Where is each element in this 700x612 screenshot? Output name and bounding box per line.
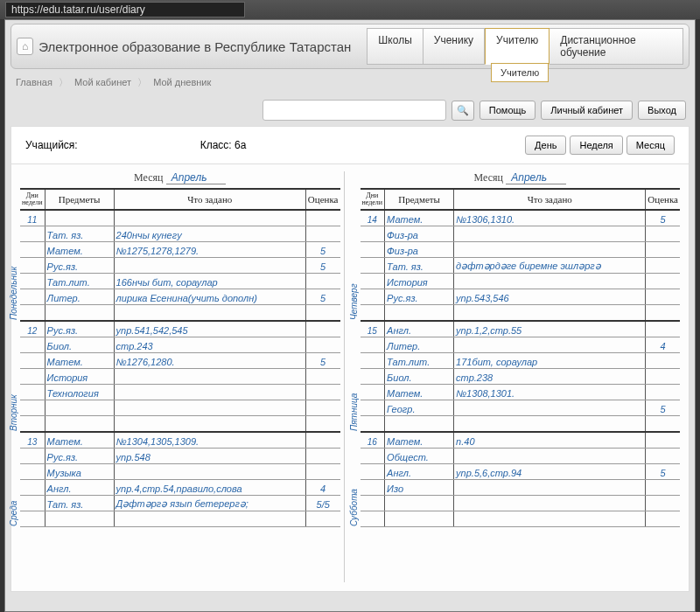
view-day-button[interactable]: День bbox=[525, 136, 566, 155]
student-info-row: Учащийся: Класс: 6а День Неделя Месяц bbox=[10, 126, 690, 163]
day-cell bbox=[20, 242, 45, 258]
subject-cell: Рус.яз. bbox=[45, 321, 114, 337]
homework-cell bbox=[454, 496, 646, 511]
subject-cell bbox=[385, 496, 454, 511]
grade-cell bbox=[646, 496, 680, 511]
home-icon[interactable]: ⌂ bbox=[17, 38, 33, 55]
homework-cell bbox=[114, 385, 305, 400]
grade-cell: 4 bbox=[305, 480, 340, 496]
table-row: Музыка bbox=[20, 464, 340, 480]
homework-cell bbox=[114, 464, 305, 480]
homework-cell bbox=[114, 416, 305, 433]
homework-cell: п.40 bbox=[454, 432, 646, 449]
tab-student[interactable]: Ученику bbox=[424, 28, 485, 65]
day-number: 14 bbox=[362, 215, 383, 225]
table-row: Геогр.5 bbox=[360, 400, 681, 416]
tab-teacher[interactable]: Учителю Учителю bbox=[485, 28, 550, 65]
crumb-diary[interactable]: Мой дневник bbox=[153, 77, 211, 87]
homework-cell: упр.541,542,545 bbox=[114, 321, 305, 337]
view-month-button[interactable]: Месяц bbox=[626, 136, 675, 155]
homework-cell: №1304,1305,1309. bbox=[114, 432, 305, 449]
crumb-cabinet[interactable]: Мой кабинет bbox=[74, 77, 131, 87]
grade-cell bbox=[305, 369, 340, 385]
grade-cell bbox=[646, 289, 680, 305]
day-cell bbox=[360, 242, 385, 258]
th-subject: Предметы bbox=[385, 189, 454, 210]
grade-cell bbox=[305, 274, 340, 289]
day-cell bbox=[360, 449, 385, 464]
homework-cell: Дәфтәргә язып бетерергә; bbox=[114, 496, 305, 511]
table-row: Технология bbox=[20, 385, 340, 400]
homework-cell bbox=[114, 258, 305, 274]
homework-cell: дәфтәрдәге биремне эшләргә bbox=[454, 258, 646, 274]
homework-cell bbox=[454, 226, 646, 242]
view-week-button[interactable]: Неделя bbox=[570, 136, 622, 155]
grade-cell bbox=[305, 432, 340, 449]
grade-cell bbox=[305, 416, 340, 433]
subject-cell: Биол. bbox=[45, 337, 114, 353]
day-cell bbox=[20, 385, 45, 400]
day-name: Четверг bbox=[349, 283, 359, 320]
subject-cell: Англ. bbox=[385, 321, 454, 337]
breadcrumb: Главная 〉 Мой кабинет 〉 Мой дневник bbox=[5, 69, 695, 96]
table-row: Суббота bbox=[360, 511, 681, 527]
table-row: Физ-ра bbox=[360, 242, 681, 258]
table-row: Тат. яз.Дәфтәргә язып бетерергә;5/5 bbox=[20, 496, 340, 511]
table-row: Изо bbox=[360, 480, 681, 496]
homework-cell: 171бит, сораулар bbox=[454, 353, 646, 369]
day-cell bbox=[20, 274, 45, 289]
subject-cell: Тат.лит. bbox=[45, 274, 114, 289]
table-row: Вторник bbox=[20, 416, 340, 433]
homework-cell: упр.5,6,стр.94 bbox=[454, 464, 646, 480]
subject-cell: Матем. bbox=[385, 385, 454, 400]
th-grade: Оценка bbox=[305, 189, 340, 210]
day-cell bbox=[360, 464, 385, 480]
table-row: 11 bbox=[20, 210, 340, 226]
search-button[interactable]: 🔍 bbox=[452, 101, 474, 121]
day-cell bbox=[360, 400, 385, 416]
grade-cell bbox=[646, 305, 680, 322]
logout-button[interactable]: Выход bbox=[638, 101, 686, 120]
homework-cell: упр.4,стр.54,правило,слова bbox=[114, 480, 305, 496]
tab-distance[interactable]: Дистанционное обучение bbox=[550, 28, 683, 65]
day-cell bbox=[20, 258, 45, 274]
day-cell bbox=[20, 226, 45, 242]
tab-schools[interactable]: Школы bbox=[367, 28, 423, 65]
url-field[interactable]: https://edu.tatar.ru/user/diary bbox=[5, 2, 245, 17]
grade-cell bbox=[646, 274, 680, 289]
grade-cell bbox=[646, 226, 680, 242]
table-row: Физ-ра bbox=[360, 226, 681, 242]
table-row: Матем.№1275,1278,1279.5 bbox=[20, 242, 340, 258]
site-header: ⌂ Электронное образование в Республике Т… bbox=[10, 24, 690, 69]
site-title: Электронное образование в Республике Тат… bbox=[38, 39, 351, 54]
homework-cell bbox=[454, 449, 646, 464]
day-cell: 11 bbox=[20, 210, 45, 226]
homework-cell: 166нчы бит, сораулар bbox=[114, 274, 305, 289]
grade-cell bbox=[646, 258, 680, 274]
day-cell bbox=[360, 289, 385, 305]
tab-teacher-dropdown[interactable]: Учителю bbox=[491, 63, 549, 82]
table-row: Тат. яз.дәфтәрдәге биремне эшләргә bbox=[360, 258, 681, 274]
homework-cell: №1308,1301. bbox=[454, 385, 646, 400]
day-name: Среда bbox=[9, 501, 18, 526]
day-cell bbox=[360, 258, 385, 274]
grade-cell bbox=[305, 210, 340, 226]
grade-cell: 5 bbox=[305, 242, 340, 258]
cabinet-button[interactable]: Личный кабинет bbox=[541, 101, 633, 120]
table-row: История bbox=[360, 274, 681, 289]
student-label: Учащийся: bbox=[25, 139, 78, 151]
day-name: Понедельник bbox=[9, 267, 18, 320]
table-row: История bbox=[20, 369, 340, 385]
search-input[interactable] bbox=[262, 100, 446, 121]
homework-cell: упр.543,546 bbox=[454, 289, 646, 305]
table-row: Рус.яз.упр.548 bbox=[20, 449, 340, 464]
subject-cell bbox=[385, 416, 454, 433]
class-value: 6а bbox=[234, 139, 246, 151]
homework-cell: упр.548 bbox=[114, 449, 305, 464]
grade-cell bbox=[305, 337, 340, 353]
table-row: Биол.стр.238 bbox=[360, 369, 681, 385]
subject-cell: Тат. яз. bbox=[45, 496, 114, 511]
help-button[interactable]: Помощь bbox=[480, 101, 536, 120]
th-homework: Что задано bbox=[114, 189, 305, 210]
crumb-home[interactable]: Главная bbox=[16, 77, 52, 87]
